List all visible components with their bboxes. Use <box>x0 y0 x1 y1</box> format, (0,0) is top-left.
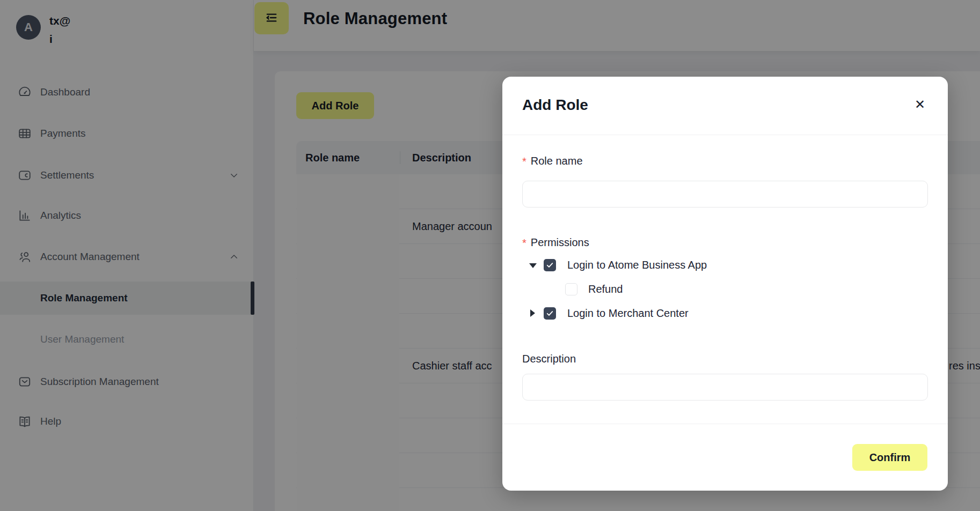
modal-header-divider <box>502 135 948 135</box>
role-name-label: *Role name <box>522 155 583 168</box>
description-input[interactable] <box>522 374 928 401</box>
add-role-modal: Add Role ✕ *Role name *Permissions Login… <box>502 77 948 491</box>
required-marker: * <box>522 237 526 249</box>
caret-right-icon[interactable] <box>530 309 535 317</box>
permission-label: Login to Atome Business App <box>567 259 707 271</box>
permission-label: Refund <box>588 283 623 295</box>
permission-row-atome-business-app: Login to Atome Business App <box>502 257 908 273</box>
caret-down-icon[interactable] <box>529 263 537 268</box>
role-name-input[interactable] <box>522 181 928 208</box>
permissions-label: *Permissions <box>522 236 589 249</box>
checkbox-unchecked[interactable] <box>565 283 577 295</box>
checkbox-checked[interactable] <box>544 307 556 320</box>
confirm-button[interactable]: Confirm <box>852 444 927 471</box>
modal-title: Add Role <box>522 97 588 114</box>
close-icon[interactable]: ✕ <box>911 96 928 113</box>
modal-footer-divider <box>502 424 948 424</box>
permission-label: Login to Merchant Center <box>567 307 689 320</box>
description-label: Description <box>522 353 576 365</box>
permission-row-merchant-center: Login to Merchant Center <box>502 305 908 321</box>
permission-row-refund: Refund <box>502 281 908 297</box>
required-marker: * <box>522 155 526 167</box>
checkbox-checked[interactable] <box>544 259 556 271</box>
